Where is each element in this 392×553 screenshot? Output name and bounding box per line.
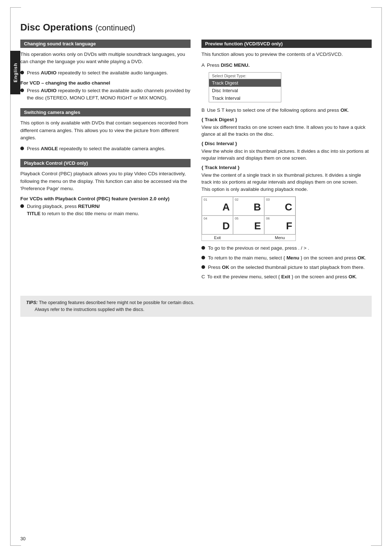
page-border-bottom-left [10, 545, 21, 546]
step-b: B Use S T keys to select one of the foll… [201, 107, 372, 114]
option-disc-interval: { Disc Interval } View the whole disc in… [201, 141, 372, 162]
digest-menu-item-track-interval[interactable]: Track Interval [209, 94, 281, 102]
bullet-text: Press AUDIO repeatedly to select the ava… [27, 69, 168, 77]
step-a-text: Press DISC MENU. [207, 62, 250, 69]
tips-label: TIPS: [26, 300, 38, 305]
thumb-cell-e: 05 E [233, 216, 264, 234]
thumb-cell-c: 03 C [264, 197, 295, 216]
bullet-dot-4 [20, 204, 24, 208]
step-c-text: To exit the preview menu, select { Exit … [207, 273, 358, 280]
thumb-footer: Exit Menu [202, 234, 295, 241]
digest-menu-item-track-digest[interactable]: Track Digest [209, 79, 281, 87]
bullet-prev-next: To go to the previous or next page, pres… [201, 245, 372, 252]
section-header-camera: Switching camera angles [20, 108, 191, 116]
section-switching-camera: Switching camera angles This option is o… [20, 108, 191, 152]
left-column: Changing sound track language This opera… [20, 40, 191, 287]
thumb-cell-d: 04 D [202, 216, 233, 234]
page-border-top-left [10, 7, 21, 8]
option-header-track-digest: { Track Digest } [201, 117, 372, 122]
thumb-footer-menu: Menu [264, 235, 295, 241]
sub-header-vcd-audio: For VCD – changing the audio channel [20, 80, 191, 86]
bullet-dot-7 [201, 265, 205, 269]
bullet-dot-3 [20, 147, 24, 150]
bullet-dot-5 [201, 246, 205, 250]
section-preview-function: Preview function (VCD/SVCD only) This fu… [201, 40, 372, 280]
section-playback-control: Playback Control (VCD only) Playback Con… [20, 159, 191, 217]
section-body-sound-track: This operation works only on DVDs with m… [20, 51, 191, 66]
option-header-track-interval: { Track Interval } [201, 165, 372, 170]
bullet-dot-6 [201, 256, 205, 259]
option-track-interval: { Track Interval } View the content of a… [201, 165, 372, 193]
page-title-continued: ( [95, 23, 98, 32]
tips-box: TIPS: The operating features described h… [20, 296, 372, 317]
option-body-track-digest: View six different tracks on one screen … [201, 124, 372, 138]
option-track-digest: { Track Digest } View six different trac… [201, 117, 372, 138]
option-body-track-interval: View the content of a single track in si… [201, 172, 372, 193]
bullet-text-2: Press AUDIO repeatedly to select the ava… [27, 87, 191, 102]
section-body-preview: This function allows you to preview the … [201, 51, 372, 58]
digest-menu-item-disc-interval[interactable]: Disc Interval [209, 87, 281, 94]
section-header-playback: Playback Control (VCD only) [20, 159, 191, 167]
sub-header-vcd-pbc: For VCDs with Playback Control (PBC) fea… [20, 196, 191, 201]
step-a: A Press DISC MENU. [201, 62, 372, 69]
thumbnail-grid: 01 A 02 B 03 C 0 [201, 196, 296, 241]
bullet-return-title: During playback, press RETURN/TITLE to r… [20, 203, 191, 218]
thumb-footer-empty [233, 235, 264, 241]
section-changing-sound-track: Changing sound track language This opera… [20, 40, 191, 102]
bullet-audio-languages: Press AUDIO repeatedly to select the ava… [20, 69, 191, 77]
page-border-bottom-right [371, 545, 382, 546]
thumb-cell-f: 06 F [264, 216, 295, 234]
bullet-text-5: To go to the previous or next page, pres… [208, 245, 309, 252]
sidebar-language-tab: English [10, 51, 20, 94]
sidebar-language-label: English [13, 63, 18, 82]
digest-menu: Select Digest Type: Track Digest Disc In… [209, 72, 281, 102]
thumb-row-2: 04 D 05 E 06 F [202, 216, 295, 234]
page-title: Disc Operations (continued) [20, 22, 372, 33]
bullet-main-menu: To return to the main menu, select { Men… [201, 254, 372, 262]
step-letter-c: C [201, 273, 205, 280]
thumb-row-1: 01 A 02 B 03 C [202, 197, 295, 216]
page-border-right [381, 7, 382, 546]
bullet-text-7: Press OK on the selected thumbnail pictu… [208, 264, 364, 271]
step-b-text: Use S T keys to select one of the follow… [207, 107, 349, 114]
tips-line2: Always refer to the instructions supplie… [26, 307, 144, 312]
bullet-dot-2 [20, 89, 24, 92]
bullet-text-6: To return to the main menu, select { Men… [208, 254, 366, 262]
thumb-cell-b: 02 B [233, 197, 264, 216]
thumb-footer-exit: Exit [202, 235, 233, 241]
bullet-dot [20, 71, 24, 74]
section-body-camera: This option is only available with DVDs … [20, 119, 191, 142]
bullet-text-4: During playback, press RETURN/TITLE to r… [27, 203, 139, 218]
digest-menu-title: Select Digest Type: [209, 73, 281, 79]
section-header-preview: Preview function (VCD/SVCD only) [201, 40, 372, 48]
option-header-disc-interval: { Disc Interval } [201, 141, 372, 146]
thumb-cell-a: 01 A [202, 197, 233, 216]
page-border-top-right [371, 7, 382, 8]
option-body-disc-interval: View the whole disc in six thumbnail pic… [201, 148, 372, 162]
bullet-text-3: Press ANGLE repeatedly to select the ava… [27, 145, 166, 152]
section-header-sound-track: Changing sound track language [20, 40, 191, 48]
page-number: 30 [20, 536, 25, 541]
bullet-ok-thumbnail: Press OK on the selected thumbnail pictu… [201, 264, 372, 271]
step-letter-a: A [201, 62, 205, 69]
bullet-angle: Press ANGLE repeatedly to select the ava… [20, 145, 191, 152]
right-column: Preview function (VCD/SVCD only) This fu… [201, 40, 372, 287]
tips-line1: The operating features described here mi… [39, 300, 194, 305]
step-letter-b: B [201, 107, 205, 114]
bullet-audio-channels: Press AUDIO repeatedly to select the ava… [20, 87, 191, 102]
step-c: C To exit the preview menu, select { Exi… [201, 273, 372, 280]
section-body-playback: Playback Control (PBC) playback allows y… [20, 170, 191, 192]
